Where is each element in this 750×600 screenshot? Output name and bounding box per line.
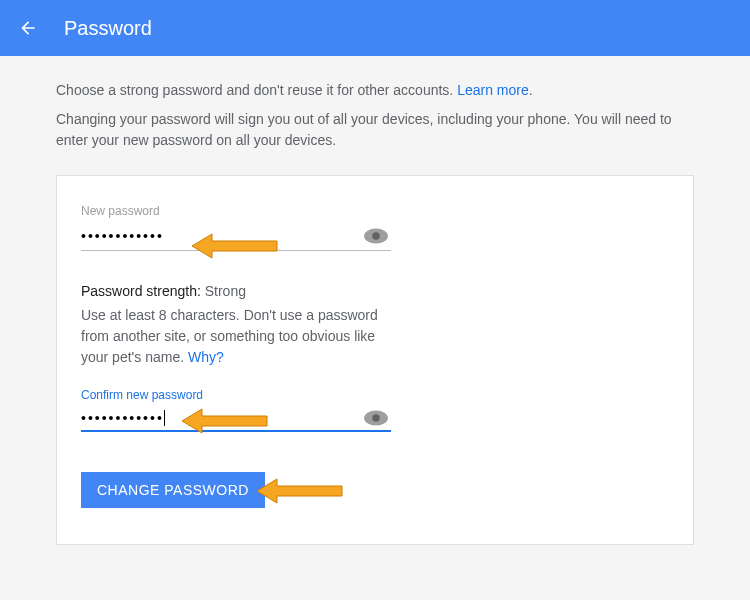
- intro-line-2: Changing your password will sign you out…: [56, 109, 694, 151]
- intro-line-1: Choose a strong password and don't reuse…: [56, 80, 694, 101]
- svg-point-3: [372, 414, 380, 422]
- new-password-field-group: New password: [81, 204, 391, 251]
- new-password-label: New password: [81, 204, 391, 218]
- strength-value: Strong: [205, 283, 246, 299]
- app-header: Password: [0, 0, 750, 56]
- why-link[interactable]: Why?: [188, 349, 224, 365]
- new-password-input[interactable]: [81, 224, 361, 248]
- hint-text: Use at least 8 characters. Don't use a p…: [81, 307, 378, 365]
- annotation-arrow-icon: [257, 476, 347, 506]
- toggle-visibility-new[interactable]: [361, 226, 391, 246]
- strength-label: Password strength:: [81, 283, 201, 299]
- svg-point-1: [372, 232, 380, 240]
- password-strength: Password strength: Strong: [81, 283, 669, 299]
- learn-more-link[interactable]: Learn more: [457, 82, 529, 98]
- svg-marker-6: [257, 479, 342, 503]
- confirm-password-input[interactable]: ••••••••••••: [81, 410, 164, 426]
- page-title: Password: [64, 17, 152, 40]
- new-password-input-row: [81, 224, 391, 251]
- eye-icon: [363, 227, 389, 245]
- confirm-password-label: Confirm new password: [81, 388, 391, 402]
- intro-text: Choose a strong password and don't reuse…: [56, 82, 457, 98]
- arrow-left-icon: [18, 18, 38, 38]
- text-cursor: [164, 410, 165, 426]
- back-button[interactable]: [16, 16, 40, 40]
- toggle-visibility-confirm[interactable]: [361, 408, 391, 428]
- content-area: Choose a strong password and don't reuse…: [0, 56, 750, 569]
- password-hint: Use at least 8 characters. Don't use a p…: [81, 305, 391, 368]
- eye-icon: [363, 409, 389, 427]
- confirm-password-input-row: ••••••••••••: [81, 408, 391, 432]
- confirm-password-field-group: Confirm new password ••••••••••••: [81, 388, 391, 432]
- intro-suffix: .: [529, 82, 533, 98]
- password-card: New password Password strength: Strong U…: [56, 175, 694, 545]
- change-password-button[interactable]: Change Password: [81, 472, 265, 508]
